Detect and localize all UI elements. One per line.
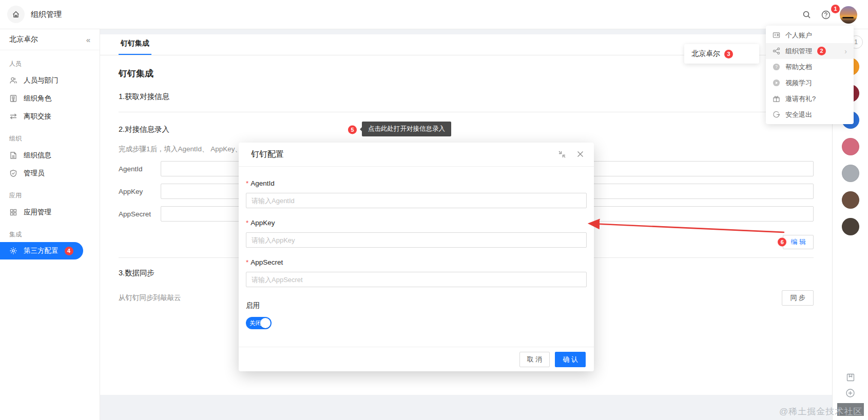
sidebar-section-organization: 组织 xyxy=(0,134,100,143)
modal-appkey-label: *AppKey xyxy=(246,219,587,227)
home-icon xyxy=(12,10,20,18)
toggle-knob xyxy=(260,318,271,328)
sidebar-item-departure-handover[interactable]: 离职交接 xyxy=(0,107,100,125)
sidebar-item-label: 离职交接 xyxy=(24,112,51,121)
page-title: 组织管理 xyxy=(31,10,62,19)
role-icon xyxy=(9,94,17,103)
sidebar-section-people: 人员 xyxy=(0,59,100,68)
modal-title: 钉钉配置 xyxy=(251,149,284,160)
user-avatar[interactable] xyxy=(840,6,857,24)
plus-circle-icon[interactable] xyxy=(845,388,855,398)
user-dropdown-menu: 个人账户 组织管理 2 › ? 帮助文档 视频学习 邀请有礼? 安全退出 xyxy=(766,26,854,124)
menu-item-org-management[interactable]: 组织管理 2 › xyxy=(766,43,854,59)
cancel-button[interactable]: 取 消 xyxy=(519,352,550,367)
menu-item-label: 个人账户 xyxy=(785,31,812,40)
strip-avatar[interactable] xyxy=(842,138,859,155)
sidebar-item-label: 人员与部门 xyxy=(24,76,59,85)
org-tooltip-text: 北京卓尔 xyxy=(691,49,720,58)
enable-label: 启用 xyxy=(246,301,587,310)
sidebar-item-label: 应用管理 xyxy=(24,208,51,217)
admin-shield-icon xyxy=(9,169,17,177)
org-tooltip-badge: 3 xyxy=(724,50,733,58)
gift-icon xyxy=(773,95,780,103)
menu-item-personal-account[interactable]: 个人账户 xyxy=(766,27,854,43)
confirm-button[interactable]: 确 认 xyxy=(555,352,586,367)
step2-tooltip: 点击此处打开对接信息录入 xyxy=(362,122,451,136)
watermark-text: @稀土掘金技术社区 xyxy=(779,406,862,417)
sidebar-item-app-management[interactable]: 应用管理 xyxy=(0,203,100,221)
org-name-tooltip: 北京卓尔 3 xyxy=(684,44,759,64)
sidebar-item-administrators[interactable]: 管理员 xyxy=(0,164,100,182)
apps-grid-icon xyxy=(9,208,17,216)
sidebar-item-third-party-config[interactable]: 第三方配置 4 xyxy=(0,242,83,259)
home-button[interactable] xyxy=(7,6,25,23)
step2-title: 2.对接信息录入 xyxy=(119,125,169,133)
menu-item-label: 邀请有礼? xyxy=(785,94,816,104)
help-badge: 1 xyxy=(831,5,840,13)
sidebar: 北京卓尔 « 人员 人员与部门 组织角色 离职交接 组织 xyxy=(0,29,100,420)
sidebar-section-integration: 集成 xyxy=(0,230,100,239)
sidebar-org-name: 北京卓尔 xyxy=(9,35,38,44)
help-icon[interactable] xyxy=(821,10,831,19)
dingtalk-config-modal: 钉钉配置 *AgentId *AppKey *AppSecret 启用 关闭 xyxy=(239,143,594,371)
sidebar-item-label: 管理员 xyxy=(24,169,45,178)
agentid-label: AgentId xyxy=(119,165,161,173)
menu-item-badge: 2 xyxy=(817,47,826,55)
sidebar-item-badge: 4 xyxy=(65,247,73,255)
edit-badge: 6 xyxy=(778,238,786,247)
org-chart-icon xyxy=(773,47,780,55)
search-icon[interactable] xyxy=(802,10,811,19)
gear-icon xyxy=(9,247,17,255)
strip-avatar[interactable] xyxy=(842,218,859,235)
step2-badge: 5 xyxy=(348,125,357,134)
idcard-icon xyxy=(773,31,780,39)
help-circle-icon: ? xyxy=(773,63,780,71)
menu-item-label: 视频学习 xyxy=(785,78,812,88)
sidebar-item-label: 组织信息 xyxy=(24,151,51,160)
sync-button[interactable]: 同 步 xyxy=(782,290,814,306)
modal-agentid-input[interactable] xyxy=(246,193,587,208)
sidebar-item-org-roles[interactable]: 组织角色 xyxy=(0,89,100,107)
divider xyxy=(119,112,814,112)
users-icon xyxy=(9,76,17,85)
sidebar-item-people-departments[interactable]: 人员与部门 xyxy=(0,71,100,89)
sidebar-item-label: 第三方配置 xyxy=(24,246,59,255)
strip-avatar[interactable] xyxy=(842,191,859,209)
svg-text:?: ? xyxy=(775,64,778,69)
menu-item-video-learning[interactable]: 视频学习 xyxy=(766,75,854,91)
topbar: 组织管理 1 xyxy=(0,0,868,29)
menu-item-label: 安全退出 xyxy=(785,110,812,119)
bookmark-icon[interactable] xyxy=(846,373,855,382)
toggle-state-label: 关闭 xyxy=(249,320,261,326)
menu-item-help-docs[interactable]: ? 帮助文档 xyxy=(766,59,854,75)
collapse-sidebar-icon[interactable]: « xyxy=(86,35,90,44)
close-icon[interactable] xyxy=(577,151,584,158)
menu-item-logout[interactable]: 安全退出 xyxy=(766,107,854,123)
play-circle-icon xyxy=(773,79,780,87)
menu-item-label: 帮助文档 xyxy=(785,63,812,72)
transfer-icon xyxy=(9,112,17,121)
sync-description: 从钉钉同步到敲敲云 xyxy=(119,293,181,303)
appkey-label: AppKey xyxy=(119,188,161,195)
modal-appsecret-input[interactable] xyxy=(246,272,587,287)
tab-dingtalk-integration[interactable]: 钉钉集成 xyxy=(119,34,151,55)
sidebar-item-org-info[interactable]: 组织信息 xyxy=(0,146,100,164)
step1-title: 1.获取对接信息 xyxy=(119,92,814,102)
edit-button[interactable]: 编 辑 xyxy=(783,235,814,249)
menu-item-invite-reward[interactable]: 邀请有礼? xyxy=(766,91,854,107)
org-info-icon xyxy=(9,151,17,159)
fullscreen-toggle-icon[interactable] xyxy=(558,151,566,158)
menu-item-label: 组织管理 xyxy=(785,47,812,56)
modal-appsecret-label: *AppSecret xyxy=(246,258,587,266)
sidebar-item-label: 组织角色 xyxy=(24,94,51,103)
logout-icon xyxy=(773,111,780,118)
strip-avatar[interactable] xyxy=(842,165,859,182)
appsecret-label: AppSecret xyxy=(119,210,161,218)
sidebar-section-apps: 应用 xyxy=(0,191,100,200)
chevron-right-icon: › xyxy=(844,47,847,55)
modal-agentid-label: *AgentId xyxy=(246,179,587,187)
modal-appkey-input[interactable] xyxy=(246,232,587,248)
enable-toggle[interactable]: 关闭 xyxy=(246,317,272,329)
